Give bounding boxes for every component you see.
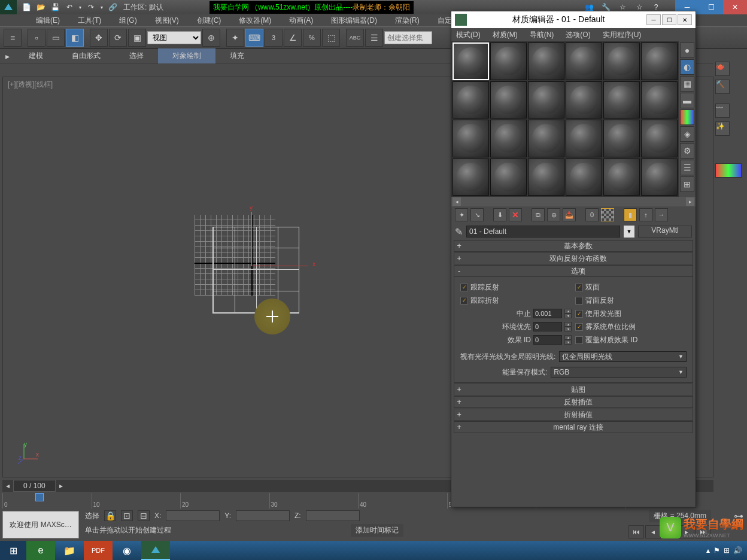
ref-coord-dropdown[interactable]: 视图 [147,31,201,44]
ribbon-modeling[interactable]: 建模 [14,48,57,63]
name-sel-icon[interactable]: ☰ [365,29,383,47]
material-slot[interactable] [490,159,527,196]
redo-dd-icon[interactable]: ▾ [98,1,105,13]
task-3dsmax-icon[interactable] [141,541,170,560]
pick-icon[interactable]: ✎ [455,226,463,238]
ribbon-selection[interactable]: 选择 [115,48,158,63]
mat-minimize-button[interactable]: ─ [646,14,661,25]
tray-flag-icon[interactable]: ⚑ [713,546,720,555]
abs-icon[interactable]: ⊡ [121,510,133,521]
viewport-label[interactable]: [+][透视][线框] [8,80,53,90]
trace-refr-checkbox[interactable] [460,297,468,305]
manipulate-icon[interactable]: ✦ [226,29,244,47]
undo-dd-icon[interactable]: ▾ [77,1,84,13]
star-fx-icon[interactable]: ✨ [715,121,730,136]
mat-id-icon[interactable]: 0 [585,208,599,221]
menu-rendering[interactable]: 渲染(R) [395,16,420,26]
effect-id-input[interactable] [533,335,562,345]
menu-edit[interactable]: 编辑(E) [36,16,60,26]
scale-icon[interactable]: ▣ [128,29,146,47]
go-parent-icon[interactable]: ↑ [639,208,652,221]
material-slot[interactable] [641,120,678,157]
menu-group[interactable]: 组(G) [119,16,136,26]
workspace-label[interactable]: 工作区: 默认 [123,2,163,13]
start-button[interactable]: ⊞ [0,541,26,560]
ribbon-object-paint[interactable]: 对象绘制 [158,48,215,63]
material-slot[interactable] [453,42,489,80]
sample-type-icon[interactable]: ● [680,42,694,58]
task-pdf-icon[interactable]: PDF [84,541,113,560]
reset-map-icon[interactable]: ✕ [509,208,522,221]
new-icon[interactable]: 📄 [19,1,34,13]
close-button[interactable]: ✕ [723,0,747,14]
mat-titlebar[interactable]: 材质编辑器 - 01 - Default ─ ☐ ✕ [451,11,696,28]
material-slot[interactable] [453,159,489,196]
options-icon[interactable]: ⚙ [680,143,694,159]
menu-create[interactable]: 创建(C) [197,16,221,26]
redo-icon[interactable]: ↷ [84,1,98,13]
spinner-up-icon[interactable]: ▴ [564,309,572,314]
goto-start-icon[interactable]: ⏮ [628,525,644,538]
select-icon[interactable]: ▫ [28,29,45,47]
background-icon[interactable]: ▦ [680,76,694,92]
material-slot[interactable] [603,120,640,157]
time-tag-button[interactable]: 添加时间标记 [351,524,403,537]
task-explorer-icon[interactable]: 📁 [55,541,84,560]
back-refl-checkbox[interactable] [575,297,583,305]
mat-menu-material[interactable]: 材质(M) [493,30,518,40]
rollout-brdf[interactable]: +双向反射分布函数 [454,252,693,264]
x-coord-input[interactable] [166,510,220,521]
hammer-icon[interactable]: 🔨 [715,80,730,94]
mat-menu-options[interactable]: 选项(O) [566,30,590,40]
show-in-vp-icon[interactable] [601,208,614,221]
rotate-icon[interactable]: ⟳ [109,29,127,47]
put-to-scene-icon[interactable]: ↘ [470,208,484,221]
rect-select-icon[interactable]: ▭ [47,29,65,47]
link-icon[interactable]: 🔗 [105,1,120,13]
wave-icon[interactable]: 〰 [715,104,730,118]
hamburger-icon[interactable]: ≡ [4,29,22,47]
abc-icon[interactable]: ABC [346,29,364,47]
pivot-icon[interactable]: ⊕ [202,29,220,47]
get-material-icon[interactable]: ✦ [455,208,468,221]
cutoff-input[interactable] [533,309,562,318]
material-slot[interactable] [453,81,489,119]
system-tray[interactable]: ▴ ⚑ ⊞🔊 [706,546,747,555]
material-slot[interactable] [641,81,678,119]
menu-tools[interactable]: 工具(T) [78,16,101,26]
backlight-icon[interactable]: ◐ [680,59,694,75]
mat-menu-utilities[interactable]: 实用程序(U) [603,30,642,40]
material-slot[interactable] [566,159,602,196]
mat-map-nav-icon[interactable]: ⊞ [680,176,694,192]
material-slot[interactable] [603,42,640,80]
put-to-lib-icon[interactable]: 📥 [563,208,576,221]
material-slot[interactable] [490,81,527,119]
task-app2-icon[interactable]: ◉ [113,541,141,560]
energy-mode-dropdown[interactable]: RGB▼ [551,367,687,378]
scroll-right-icon[interactable]: ▸ [686,197,694,206]
material-slot[interactable] [566,81,602,119]
rollout-basic-params[interactable]: +基本参数 [454,240,693,252]
color-swatch[interactable] [715,163,742,178]
z-coord-input[interactable] [306,510,360,521]
material-type-button[interactable]: VRayMtl [638,226,692,238]
named-selection-input[interactable] [384,31,432,44]
spinner-up-icon[interactable]: ▴ [564,322,572,327]
material-slot[interactable] [490,120,527,157]
maximize-button[interactable]: ☐ [699,0,723,14]
ribbon-toggle-icon[interactable]: ▸ [0,50,14,62]
spinner-down-icon[interactable]: ▾ [564,340,572,345]
env-priority-input[interactable] [533,322,562,331]
material-name-dropdown[interactable]: ▼ [624,226,634,238]
use-irrad-checkbox[interactable] [575,310,583,318]
show-end-result-icon[interactable]: ▮ [624,208,637,221]
move-icon[interactable]: ✥ [90,29,108,47]
material-name-input[interactable] [466,226,620,238]
material-slot[interactable] [528,42,564,80]
material-slot[interactable] [528,159,564,196]
prev-frame-icon[interactable]: ◂ [645,525,661,538]
material-slot[interactable] [490,42,527,80]
rollout-refr-interp[interactable]: +折射插值 [454,409,693,421]
double-sided-checkbox[interactable] [575,284,583,291]
material-slot[interactable] [566,120,602,157]
